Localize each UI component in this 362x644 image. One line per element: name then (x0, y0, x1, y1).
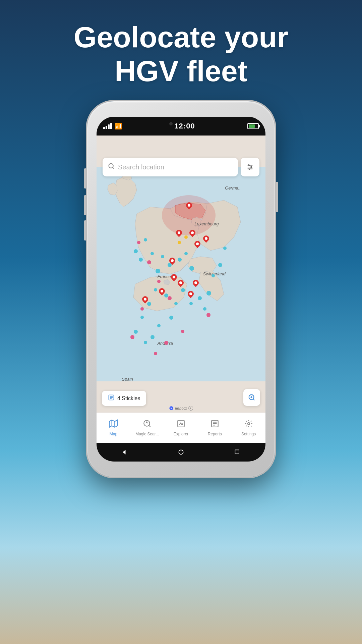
battery-fill (249, 124, 255, 128)
dot-blue (189, 266, 194, 271)
map-pin (171, 274, 177, 281)
map-nav-icon (109, 419, 118, 430)
map-area: Irish Sea TheNetherlands Germa... Luxemb… (97, 136, 265, 413)
svg-point-33 (179, 450, 183, 454)
search-input-wrap[interactable]: Search location (103, 158, 238, 176)
dot-pink (181, 330, 184, 333)
svg-rect-34 (235, 450, 239, 454)
zoom-button[interactable] (243, 389, 260, 406)
nav-item-magic-search[interactable]: Magic Sear... (134, 419, 161, 436)
svg-point-23 (144, 421, 149, 426)
dot-blue (134, 249, 138, 253)
svg-marker-32 (123, 450, 125, 454)
status-bar: 📶 12:00 (97, 117, 265, 136)
nav-item-reports[interactable]: Reports (201, 419, 228, 436)
home-button[interactable] (176, 447, 186, 457)
map-pin (193, 280, 199, 287)
nav-label-settings: Settings (241, 432, 256, 436)
stickies-icon (108, 394, 115, 402)
map-pin (203, 235, 209, 243)
settings-nav-icon (244, 419, 253, 430)
map-pin (186, 202, 192, 210)
dot-blue (144, 341, 147, 344)
map-pin (188, 291, 194, 298)
bottom-nav: Map Magic Sear... (97, 413, 265, 443)
back-button[interactable] (120, 447, 130, 457)
android-nav-bar (97, 443, 265, 462)
svg-line-24 (149, 425, 150, 427)
filter-button[interactable] (241, 158, 259, 176)
dot-blue (139, 258, 143, 262)
dot-blue (161, 255, 164, 258)
dot-pink (130, 335, 134, 339)
dot-blue (154, 288, 157, 291)
status-right (247, 123, 259, 129)
map-pin (189, 230, 195, 237)
map-pin (176, 230, 182, 237)
magic-search-nav-icon (143, 419, 152, 430)
dot-blue (181, 288, 185, 292)
svg-line-15 (253, 399, 254, 400)
map-pin (159, 288, 165, 296)
svg-point-9 (249, 168, 250, 170)
dot-blue (203, 307, 206, 311)
svg-point-25 (146, 422, 147, 423)
explorer-nav-icon (177, 419, 185, 430)
map-pin (194, 241, 200, 248)
mapbox-credit: M mapbox i (169, 406, 193, 411)
battery-icon (247, 123, 259, 129)
dot-blue (169, 316, 173, 320)
mapbox-text: mapbox (175, 407, 187, 410)
phone-mockup: 📶 12:00 (87, 101, 275, 477)
wifi-icon: 📶 (115, 122, 122, 130)
stickies-button[interactable]: 4 Stickies (102, 391, 146, 406)
dot-yellow (184, 235, 188, 239)
hero-title: Geolocate your HGV fleet (54, 20, 309, 88)
nav-item-settings[interactable]: Settings (235, 419, 262, 436)
svg-marker-20 (109, 420, 117, 428)
dot-blue (134, 330, 138, 334)
svg-text:M: M (171, 408, 172, 410)
svg-point-2 (109, 164, 113, 168)
svg-point-1 (162, 195, 216, 235)
dot-blue (178, 258, 182, 262)
nav-item-explorer[interactable]: Explorer (168, 419, 194, 436)
dot-blue (174, 302, 178, 305)
phone-screen: 📶 12:00 (97, 117, 265, 462)
status-left: 📶 (103, 122, 122, 130)
search-placeholder: Search location (118, 163, 164, 171)
svg-point-7 (248, 165, 250, 166)
dot-pink (154, 352, 157, 355)
svg-line-3 (113, 167, 114, 169)
status-time: 12:00 (174, 122, 195, 130)
svg-point-31 (247, 423, 250, 425)
dot-pink (164, 341, 168, 345)
reports-nav-icon (210, 419, 219, 430)
svg-point-8 (251, 167, 252, 168)
map-pin (142, 296, 148, 304)
nav-label-map: Map (110, 432, 117, 436)
nav-label-magic-search: Magic Sear... (135, 432, 159, 436)
dot-blue (223, 247, 227, 250)
recents-button[interactable] (232, 447, 242, 457)
signal-bars (103, 123, 112, 129)
info-icon[interactable]: i (188, 406, 193, 411)
nav-label-explorer: Explorer (174, 432, 189, 436)
nav-item-map[interactable]: Map (100, 419, 127, 436)
map-pin (178, 280, 184, 287)
dot-blue (206, 291, 211, 296)
dot-pink (206, 313, 210, 317)
camera-dot (169, 122, 173, 125)
search-icon (108, 163, 115, 171)
search-bar: Search location (100, 154, 262, 180)
stickies-count: 4 Stickies (117, 395, 140, 401)
map-pin (169, 258, 175, 265)
nav-label-reports: Reports (208, 432, 222, 436)
